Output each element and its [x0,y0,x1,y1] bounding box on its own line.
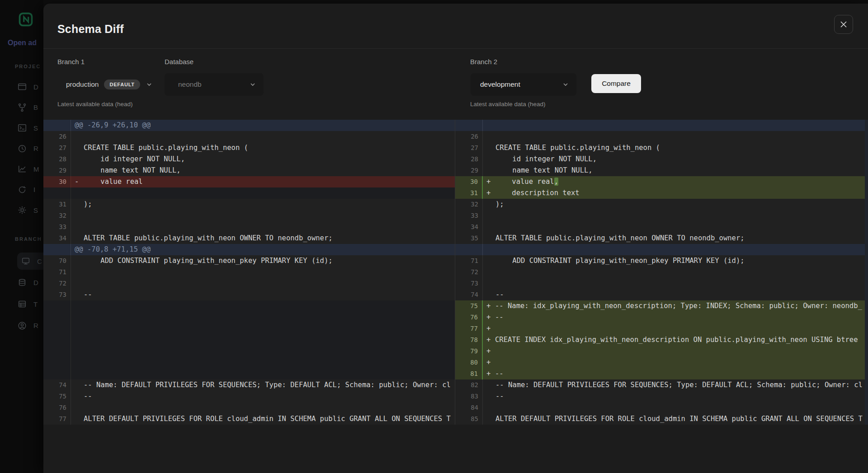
diff-row-right-28: 28 id integer NOT NULL, [455,154,868,165]
sidebar-item-table[interactable]: T [17,295,43,313]
diff-row-left-spacer [43,346,455,357]
line-number: 33 [455,210,483,221]
diff-row-left-75: 75-- [43,391,455,402]
gear-icon [17,205,27,215]
diff-row-left-73: 73-- [43,289,455,300]
diff-row-right-32: 32); [455,199,868,210]
line-number: 77 [455,323,483,334]
code-line [483,402,868,413]
diff-row-left-76: 76 [43,402,455,413]
sidebar-item-monitoring[interactable]: M [17,160,43,178]
branch2-select[interactable]: development [471,73,576,96]
code-line [71,131,455,142]
neon-logo-icon[interactable] [18,12,33,27]
branch2-value: development [480,80,520,89]
code-line [71,267,455,278]
line-number: 31 [455,187,483,199]
branch1-select[interactable]: production DEFAULT [57,73,160,96]
sidebar-item-label: D [33,83,38,91]
code-line: -- [71,289,455,300]
line-number: 72 [43,278,71,289]
line-number [43,346,71,357]
database-select[interactable]: neondb [165,73,264,96]
code-line: - value real [71,176,455,187]
code-line [71,334,455,346]
close-button[interactable] [834,15,853,34]
line-number: 29 [455,165,483,176]
line-number: 30 [43,176,71,187]
deletion-marker: - [75,176,79,187]
branch2-meta: Latest available data (head) [470,101,546,108]
sidebar-item-label: C [37,258,42,265]
sidebar-item-label: S [33,206,38,214]
header-divider [43,48,868,49]
sidebar: Open ad PROJEC DBSRMIS BRANCH CDTR [0,0,43,473]
diff-row-right-31: 31+ description text [455,187,868,199]
line-number: 73 [43,289,71,300]
line-number: 74 [455,289,483,300]
diff-row-left-spacer [43,368,455,379]
branch2-label: Branch 2 [470,58,497,66]
code-line [71,300,455,312]
sidebar-item-sql-editor[interactable]: S [17,119,43,136]
diff-row-right-71: 71 ADD CONSTRAINT playing_with_neon_pkey… [455,255,868,267]
code-line: ALTER DEFAULT PRIVILEGES FOR ROLE cloud_… [483,413,868,425]
diff-row-left-70: 70 ADD CONSTRAINT playing_with_neon_pkey… [43,255,455,267]
diff-row-right-78: 78+CREATE INDEX idx_playing_with_neon_de… [455,334,868,346]
code-line: ALTER TABLE public.playing_with_neon OWN… [483,233,868,244]
addition-marker: + [486,312,491,323]
diff-row-left-77: 77ALTER DEFAULT PRIVILEGES FOR ROLE clou… [43,413,455,425]
code-line: + [483,357,868,368]
diff-row-left-spacer [43,323,455,334]
open-admin-link[interactable]: Open ad [8,39,43,47]
branch1-meta: Latest available data (head) [57,101,133,108]
diff-row-right-82: 82-- Name: DEFAULT PRIVILEGES FOR SEQUEN… [455,379,868,391]
sidebar-item-label: I [33,186,35,193]
sidebar-item-label: D [33,279,38,286]
sidebar-item-gear[interactable]: S [17,201,43,219]
diff-row-left-27: 27CREATE TABLE public.playing_with_neon … [43,142,455,154]
diff-row-right-33: 33 [455,210,868,221]
code-line: ALTER DEFAULT PRIVILEGES FOR ROLE cloud_… [71,413,455,425]
sidebar-item-branch[interactable]: B [17,99,43,116]
diff-scrollbar[interactable] [865,120,868,425]
diff-row-right-85: 85ALTER DEFAULT PRIVILEGES FOR ROLE clou… [455,413,868,425]
code-line [71,323,455,334]
diff-row-left-74: 74-- Name: DEFAULT PRIVILEGES FOR SEQUEN… [43,379,455,391]
code-line [483,120,868,131]
code-line: -- Name: DEFAULT PRIVILEGES FOR SEQUENCE… [71,379,455,391]
diff-row-right-84: 84 [455,402,868,413]
code-line: ADD CONSTRAINT playing_with_neon_pkey PR… [71,255,455,267]
line-number: 26 [455,131,483,142]
addition-marker: + [486,357,491,368]
sidebar-item-database[interactable]: D [17,274,43,291]
code-line: name text NOT NULL, [71,165,455,176]
database-label: Database [165,58,193,66]
code-line [483,210,868,221]
restore-icon [17,144,27,154]
hunk-header: @@ -26,9 +26,10 @@ [71,120,455,131]
diff-row-left-72: 72 [43,278,455,289]
sidebar-item-user[interactable]: R [17,317,43,334]
line-number: 72 [455,267,483,278]
code-line: name text NOT NULL, [483,165,868,176]
line-number: 85 [455,413,483,425]
sidebar-item-computer[interactable]: C [17,253,43,270]
diff-row-right-76: 76+-- [455,312,868,323]
code-line: + [483,346,868,357]
schema-diff-modal: Schema Diff Branch 1 Database Branch 2 p… [43,4,868,473]
code-line: -- [71,391,455,402]
sidebar-item-label: T [33,300,38,308]
sidebar-item-restore[interactable]: R [17,140,43,157]
char-diff-highlight: , [554,178,558,186]
compare-button[interactable]: Compare [591,74,641,93]
sidebar-item-sync[interactable]: I [17,181,43,198]
diff-row-right-79: 79+ [455,346,868,357]
code-line: ); [483,199,868,210]
code-line [483,278,868,289]
sidebar-item-dashboard[interactable]: D [17,78,43,95]
addition-marker: + [486,346,491,357]
diff-row-right-hunkblank [455,244,868,255]
line-number [43,323,71,334]
code-line [483,267,868,278]
